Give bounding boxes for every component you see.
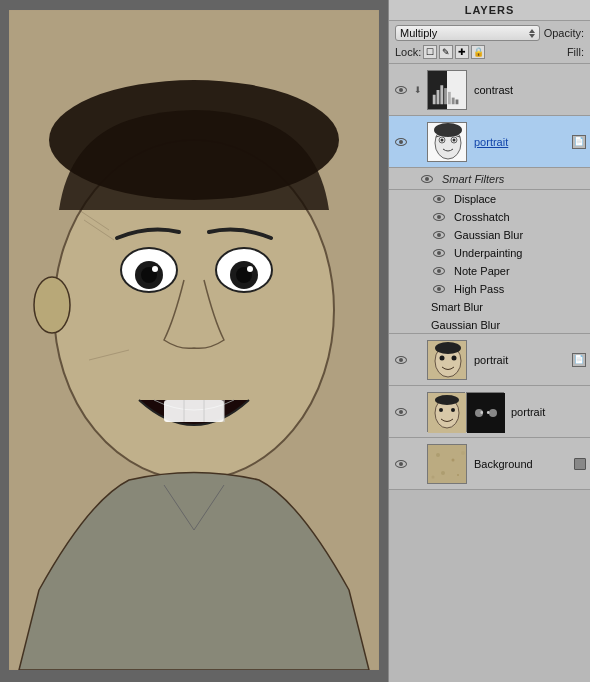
layers-panel: LAYERS Multiply Opacity: Lock: ☐ ✎ ✚ 🔒 F [388,0,590,682]
svg-rect-28 [448,91,451,103]
filter-name: Crosshatch [454,211,510,223]
layer-row[interactable]: portrait 📄 [389,116,590,168]
layer-thumb-group [427,392,504,432]
svg-point-37 [434,123,462,137]
filter-row[interactable]: High Pass [389,280,590,298]
lock-icon [574,458,586,470]
filter-row[interactable]: Smart Blur [389,298,590,316]
visibility-icon[interactable] [393,456,409,472]
visibility-icon[interactable] [393,134,409,150]
svg-rect-27 [444,88,447,104]
filter-row[interactable]: Underpainting [389,244,590,262]
visibility-icon[interactable] [431,263,447,279]
svg-point-7 [152,266,158,272]
layer-row[interactable]: ⬇ contrast [389,64,590,116]
filter-row[interactable]: Gaussian Blur [389,226,590,244]
svg-point-36 [453,138,456,141]
svg-rect-26 [440,85,443,104]
blend-mode-value: Multiply [400,27,437,39]
svg-point-46 [451,408,455,412]
lock-transparent-icon[interactable]: ☐ [423,45,437,59]
smart-filters-label: Smart Filters [442,173,504,185]
layer-thumbnail [427,122,467,162]
svg-rect-12 [164,400,224,422]
svg-point-16 [34,277,70,333]
visibility-icon[interactable] [419,171,435,187]
svg-point-45 [439,408,443,412]
svg-rect-25 [437,90,440,104]
visibility-icon[interactable] [393,352,409,368]
visibility-icon[interactable] [393,404,409,420]
filter-row[interactable]: Displace [389,190,590,208]
layer-row[interactable]: portrait 📄 [389,334,590,386]
filter-name: Note Paper [454,265,510,277]
svg-point-58 [461,451,465,455]
lock-label: Lock: [395,46,421,58]
canvas-image [9,10,379,670]
svg-point-11 [247,266,253,272]
smart-filters-header[interactable]: Smart Filters [389,168,590,190]
visibility-icon[interactable] [393,82,409,98]
panel-title-text: LAYERS [465,4,515,16]
svg-rect-24 [433,94,436,104]
filter-row[interactable]: Crosshatch [389,208,590,226]
layer-name: portrait [470,354,569,366]
svg-point-56 [457,474,459,476]
svg-point-49 [475,409,483,417]
svg-point-47 [435,395,459,405]
filter-name: Gaussian Blur [454,229,523,241]
svg-point-41 [452,355,457,360]
svg-point-55 [441,471,445,475]
svg-point-42 [435,342,461,354]
smart-object-badge: 📄 [572,135,586,149]
layers-list: ⬇ contrast [389,64,590,682]
layer-thumbnail [427,392,465,432]
layer-thumbnail [427,444,467,484]
visibility-icon[interactable] [431,281,447,297]
visibility-icon[interactable] [431,245,447,261]
svg-point-40 [440,355,445,360]
svg-point-53 [436,453,440,457]
svg-rect-29 [452,97,455,104]
opacity-label: Opacity: [544,27,584,39]
svg-point-50 [489,409,497,417]
layer-mask-thumbnail [466,392,504,432]
fill-label: Fill: [567,46,584,58]
chain-link-icon: ⬇ [412,85,424,95]
visibility-icon[interactable] [431,191,447,207]
svg-point-34 [441,138,444,141]
blend-mode-select[interactable]: Multiply [395,25,540,41]
lock-image-icon[interactable]: ✎ [439,45,453,59]
layer-thumbnail [427,70,467,110]
visibility-icon[interactable] [431,209,447,225]
layer-name: portrait [507,406,586,418]
layer-row[interactable]: Background [389,438,590,490]
filter-name: Displace [454,193,496,205]
canvas-area [0,0,388,682]
lock-position-icon[interactable]: ✚ [455,45,469,59]
layer-name: Background [470,458,571,470]
filter-name: Underpainting [454,247,523,259]
filter-row[interactable]: Gaussian Blur [389,316,590,334]
svg-point-57 [432,475,435,478]
layer-name: contrast [470,84,586,96]
svg-rect-30 [456,99,459,104]
visibility-icon[interactable] [431,227,447,243]
filter-name: High Pass [454,283,504,295]
smart-object-badge: 📄 [572,353,586,367]
svg-rect-48 [467,393,505,433]
filter-row[interactable]: Note Paper [389,262,590,280]
filter-name: Smart Blur [431,301,483,313]
filter-name: Gaussian Blur [431,319,500,331]
layers-header: Multiply Opacity: Lock: ☐ ✎ ✚ 🔒 Fill: [389,21,590,64]
layer-row[interactable]: portrait [389,386,590,438]
layer-name-link: portrait [470,136,569,148]
layers-panel-title: LAYERS [389,0,590,21]
layer-thumbnail [427,340,467,380]
lock-all-icon[interactable]: 🔒 [471,45,485,59]
svg-point-54 [452,458,455,461]
